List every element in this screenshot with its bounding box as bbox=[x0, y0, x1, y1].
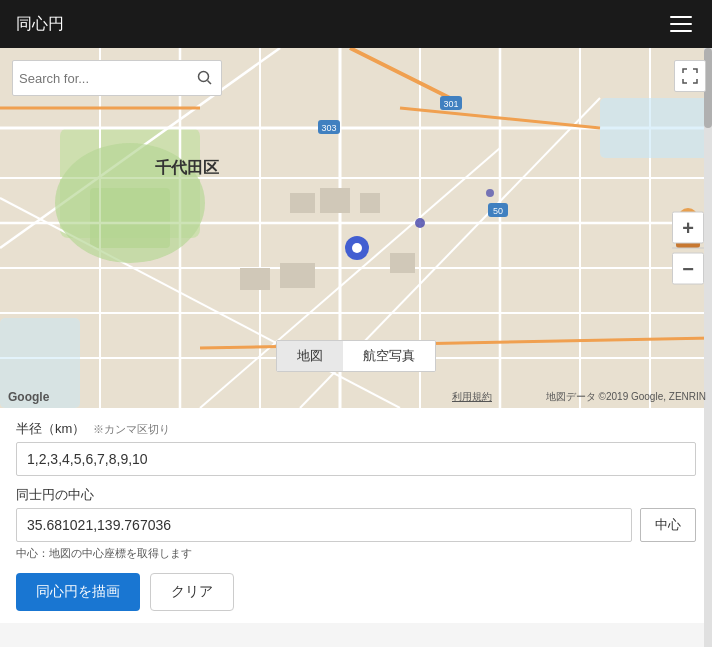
zoom-controls: + − bbox=[672, 212, 704, 285]
svg-rect-41 bbox=[390, 253, 415, 273]
svg-text:50: 50 bbox=[493, 206, 503, 216]
radius-hint: ※カンマ区切り bbox=[93, 422, 170, 437]
radius-section: 半径（km） ※カンマ区切り bbox=[16, 420, 696, 476]
svg-rect-40 bbox=[280, 263, 315, 288]
search-bar bbox=[12, 60, 222, 96]
svg-text:301: 301 bbox=[443, 99, 458, 109]
hint-text: 中心：地図の中心座標を取得します bbox=[16, 546, 696, 561]
map-type-map-button[interactable]: 地図 bbox=[277, 341, 343, 371]
map-type-aerial-button[interactable]: 航空写真 bbox=[343, 341, 435, 371]
hamburger-line-2 bbox=[670, 23, 692, 25]
svg-rect-39 bbox=[240, 268, 270, 290]
search-icon bbox=[197, 70, 213, 86]
map-attribution: 地図データ ©2019 Google, ZENRIN bbox=[546, 390, 706, 404]
svg-point-31 bbox=[352, 243, 362, 253]
radius-input[interactable] bbox=[16, 442, 696, 476]
zoom-in-button[interactable]: + bbox=[672, 212, 704, 244]
app-title: 同心円 bbox=[16, 14, 64, 35]
hamburger-line-3 bbox=[670, 30, 692, 32]
svg-text:303: 303 bbox=[321, 123, 336, 133]
svg-rect-22 bbox=[600, 98, 712, 158]
zoom-out-button[interactable]: − bbox=[672, 253, 704, 285]
get-center-button[interactable]: 中心 bbox=[640, 508, 696, 542]
google-logo: Google bbox=[8, 390, 49, 404]
zoom-divider bbox=[672, 248, 704, 249]
map-type-toggle: 地図 航空写真 bbox=[276, 340, 436, 372]
svg-point-46 bbox=[199, 72, 209, 82]
center-row: 中心 bbox=[16, 508, 696, 542]
svg-rect-38 bbox=[360, 193, 380, 213]
svg-text:千代田区: 千代田区 bbox=[155, 158, 219, 176]
clear-button[interactable]: クリア bbox=[150, 573, 234, 611]
draw-button[interactable]: 同心円を描画 bbox=[16, 573, 140, 611]
hamburger-button[interactable] bbox=[666, 12, 696, 36]
search-input[interactable] bbox=[19, 71, 195, 86]
search-button[interactable] bbox=[195, 68, 215, 88]
svg-point-43 bbox=[486, 189, 494, 197]
svg-rect-37 bbox=[320, 188, 350, 213]
svg-point-42 bbox=[415, 218, 425, 228]
scrollbar-track bbox=[704, 48, 712, 647]
center-section: 同士円の中心 中心 中心：地図の中心座標を取得します bbox=[16, 486, 696, 561]
fullscreen-button[interactable] bbox=[674, 60, 706, 92]
center-label: 同士円の中心 bbox=[16, 486, 696, 504]
svg-line-47 bbox=[208, 81, 212, 85]
center-input[interactable] bbox=[16, 508, 632, 542]
radius-label: 半径（km） ※カンマ区切り bbox=[16, 420, 696, 438]
hamburger-line-1 bbox=[670, 16, 692, 18]
svg-rect-36 bbox=[290, 193, 315, 213]
map-terms-link[interactable]: 利用規約 bbox=[452, 390, 492, 404]
map-container: 千代田区 中央区 303 301 50 bbox=[0, 48, 712, 408]
header: 同心円 bbox=[0, 0, 712, 48]
action-buttons: 同心円を描画 クリア bbox=[16, 573, 696, 611]
fullscreen-icon bbox=[682, 68, 698, 84]
form-area: 半径（km） ※カンマ区切り 同士円の中心 中心 中心：地図の中心座標を取得しま… bbox=[0, 408, 712, 623]
